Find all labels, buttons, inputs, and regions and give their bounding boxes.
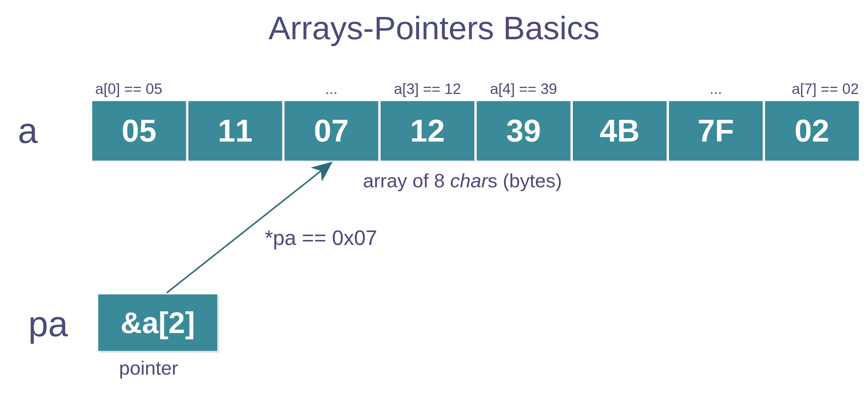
cell-value: 02 — [795, 113, 829, 149]
cell-annotation: ... — [284, 80, 378, 98]
cell-value: 12 — [410, 113, 445, 149]
pointer-value: &a[2] — [121, 306, 195, 340]
array-variable-label: a — [18, 110, 38, 151]
array-cells: a[0] == 05 05 11 ... 07 a[3] == 12 12 a[… — [92, 101, 859, 161]
cell-annotation: a[3] == 12 — [380, 80, 474, 98]
array-cell-4: a[4] == 39 39 — [477, 101, 570, 161]
pointer-caption: pointer — [119, 357, 178, 379]
cell-value: 7F — [698, 113, 734, 149]
cell-value: 4B — [599, 113, 640, 149]
cell-annotation: a[4] == 39 — [477, 80, 570, 98]
cell-value: 07 — [314, 113, 349, 149]
cell-value: 39 — [506, 113, 541, 149]
array-cell-1: 11 — [188, 101, 282, 161]
array-cell-5: 4B — [573, 101, 666, 161]
cell-value: 11 — [218, 113, 253, 149]
array-cell-3: a[3] == 12 12 — [380, 101, 474, 161]
cell-annotation: ... — [669, 80, 763, 98]
pointer-box: &a[2] — [98, 294, 217, 351]
dereference-text: *pa == 0x07 — [265, 226, 377, 250]
array-caption-suffix: s (bytes) — [488, 170, 562, 192]
diagram-title: Arrays-Pointers Basics — [0, 9, 868, 47]
cell-value: 05 — [122, 113, 157, 149]
array-caption: array of 8 chars (bytes) — [363, 169, 562, 192]
cell-annotation: a[7] == 02 — [765, 80, 862, 98]
array-caption-type: char — [450, 170, 488, 192]
array-cell-7: a[7] == 02 02 — [765, 101, 859, 161]
array-caption-prefix: array of 8 — [363, 170, 450, 192]
array-cell-2: ... 07 — [284, 101, 378, 161]
array-cell-6: ... 7F — [669, 101, 763, 161]
cell-annotation: a[0] == 05 — [92, 80, 189, 98]
array-cell-0: a[0] == 05 05 — [92, 101, 186, 161]
pointer-variable-label: pa — [28, 303, 68, 344]
